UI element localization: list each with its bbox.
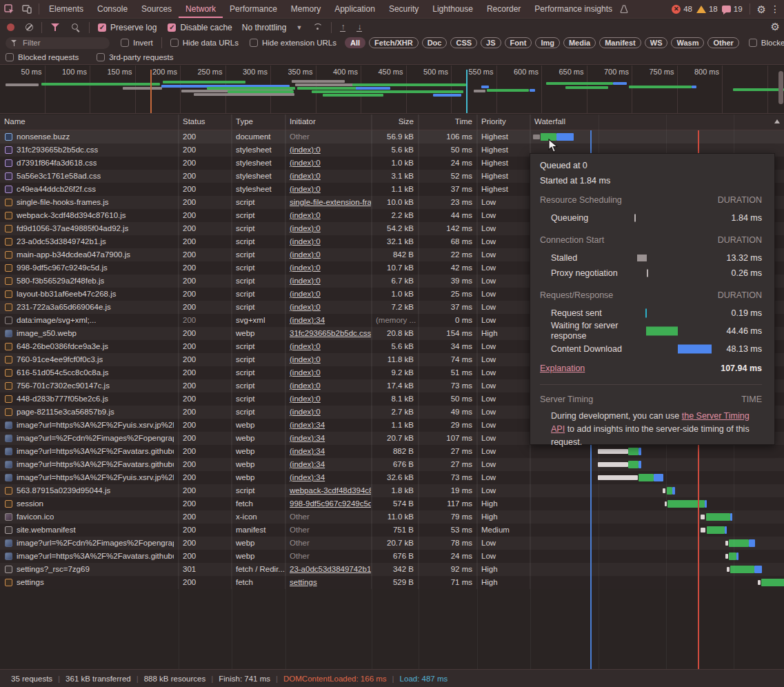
initiator-link[interactable]: (index):0 (290, 172, 321, 180)
waterfall-cell[interactable] (530, 130, 784, 143)
initiator-link[interactable]: (index):34 (290, 316, 325, 324)
network-request-row[interactable]: image?url=https%3A%2F%2Fyuis.xsrv.jp%2Fi… (0, 471, 784, 484)
initiator-link[interactable]: (index):0 (290, 250, 321, 259)
tab-lighthouse[interactable]: Lighthouse (425, 0, 480, 18)
sort-ascending-icon[interactable] (774, 119, 780, 123)
filter-chip-other[interactable]: Other (707, 37, 738, 48)
clear-icon[interactable] (26, 23, 33, 31)
column-header-status[interactable]: Status (179, 114, 232, 130)
initiator-link[interactable]: (index):34 (290, 473, 325, 481)
initiator-link[interactable]: (index):0 (290, 224, 321, 232)
import-har-icon[interactable]: ↑ (340, 23, 345, 32)
tab-network[interactable]: Network (179, 0, 223, 18)
initiator-link[interactable]: (index):0 (290, 211, 321, 219)
network-request-row[interactable]: image?url=https%3A%2F%2Favatars.githubus… (0, 458, 784, 471)
network-overview-timeline[interactable]: 50 ms100 ms150 ms200 ms250 ms300 ms350 m… (0, 66, 784, 114)
warning-badge[interactable]: 18 (696, 5, 718, 13)
column-header-priority[interactable]: Priority (477, 114, 530, 130)
error-badge[interactable]: ✕48 (672, 5, 692, 14)
waterfall-cell[interactable] (530, 458, 784, 471)
search-icon[interactable] (72, 23, 80, 32)
tab-performance[interactable]: Performance (223, 0, 284, 18)
disable-cache-checkbox[interactable]: ✓Disable cache (168, 23, 232, 32)
initiator-link[interactable]: (index):0 (290, 408, 321, 416)
initiator-link[interactable]: (index):34 (290, 434, 325, 442)
initiator-link[interactable]: (index):0 (290, 290, 321, 298)
initiator-link[interactable]: (index):0 (290, 277, 321, 285)
waterfall-cell[interactable] (530, 484, 784, 497)
issues-badge[interactable]: 19 (722, 5, 743, 13)
initiator-link[interactable]: (index):34 (290, 447, 325, 455)
invert-checkbox[interactable]: Invert (121, 39, 153, 47)
tab-recorder[interactable]: Recorder (480, 0, 527, 18)
filter-chip-wasm[interactable]: Wasm (671, 37, 704, 48)
column-header-time[interactable]: Time (419, 114, 477, 130)
tab-elements[interactable]: Elements (42, 0, 90, 18)
network-request-row[interactable]: nonsense.buzz200documentOther56.9 kB106 … (0, 130, 784, 143)
column-header-type[interactable]: Type (232, 114, 285, 130)
network-settings-gear-icon[interactable]: ⚙ (771, 21, 780, 32)
initiator-link[interactable]: (index):0 (290, 303, 321, 311)
initiator-link[interactable]: (index):0 (290, 185, 321, 193)
tab-memory[interactable]: Memory (284, 0, 328, 18)
initiator-link[interactable]: (index):0 (290, 368, 321, 377)
settings-gear-icon[interactable]: ⚙ (757, 4, 766, 14)
initiator-link[interactable]: (index):0 (290, 159, 321, 167)
tab-sources[interactable]: Sources (134, 0, 179, 18)
preserve-log-checkbox[interactable]: ✓Preserve log (98, 23, 157, 32)
filter-chip-all[interactable]: All (345, 37, 365, 48)
waterfall-cell[interactable] (530, 563, 784, 576)
column-header-size[interactable]: Size (372, 114, 419, 130)
third-party-requests-checkbox[interactable]: 3rd-party requests (97, 53, 173, 61)
initiator-link[interactable]: 31fc293665b2b5dc.css (290, 329, 371, 337)
filter-chip-js[interactable]: JS (481, 37, 501, 48)
network-request-row[interactable]: image?url=https%3A%2F%2Favatars.githubus… (0, 550, 784, 563)
network-conditions-icon[interactable] (312, 23, 322, 31)
initiator-link[interactable]: (index):34 (290, 460, 325, 468)
network-request-row[interactable]: favicon.ico200x-iconOther11.0 kB79 msHig… (0, 510, 784, 524)
waterfall-cell[interactable] (530, 510, 784, 524)
column-header-initiator[interactable]: Initiator (285, 114, 372, 130)
scrollbar-thumb[interactable] (778, 71, 783, 104)
initiator-link[interactable]: 998-9df5c967c9249c5d.js: (290, 499, 372, 508)
waterfall-cell[interactable] (530, 576, 784, 589)
filter-chip-manifest[interactable]: Manifest (599, 37, 641, 48)
initiator-link[interactable]: (index):34 (290, 421, 325, 429)
filter-chip-font[interactable]: Font (505, 37, 532, 48)
device-toolbar-icon[interactable] (18, 0, 36, 18)
filter-input-box[interactable] (6, 37, 110, 49)
filter-chip-img[interactable]: Img (535, 37, 560, 48)
initiator-link[interactable]: webpack-3cdf48d394c876 (290, 486, 372, 495)
initiator-link[interactable]: settings (290, 578, 317, 586)
initiator-link[interactable]: 23-a0dc53d3849742b1.js: (290, 565, 372, 573)
initiator-link[interactable]: (index):0 (290, 355, 321, 364)
initiator-link[interactable]: (index):0 (290, 342, 321, 350)
network-request-row[interactable]: site.webmanifest200manifestOther751 B53 … (0, 524, 784, 537)
waterfall-cell[interactable] (530, 550, 784, 563)
waterfall-cell[interactable] (530, 524, 784, 537)
initiator-link[interactable]: single-file-extension-fram (290, 198, 372, 206)
blocked-response-cookies-checkbox[interactable]: Blocked response cookies (749, 39, 784, 47)
record-button[interactable] (7, 23, 14, 31)
initiator-link[interactable]: (index):0 (290, 237, 321, 246)
network-request-row[interactable]: 563.87915a0239d95044.js200scriptwebpack-… (0, 484, 784, 497)
network-request-row[interactable]: session200fetch998-9df5c967c9249c5d.js:5… (0, 497, 784, 510)
filter-chip-media[interactable]: Media (563, 37, 596, 48)
initiator-link[interactable]: (index):0 (290, 263, 321, 272)
column-header-waterfall[interactable]: Waterfall (530, 114, 784, 130)
network-request-row[interactable]: settings?_rsc=7zg69301fetch / Redir...23… (0, 563, 784, 576)
initiator-link[interactable]: (index):0 (290, 146, 321, 154)
filter-chip-css[interactable]: CSS (450, 37, 477, 48)
export-har-icon[interactable]: ↓ (356, 23, 362, 32)
initiator-link[interactable]: (index):0 (290, 395, 321, 403)
initiator-link[interactable]: (index):0 (290, 381, 321, 390)
inspect-element-icon[interactable] (0, 0, 18, 18)
filter-chip-doc[interactable]: Doc (422, 37, 448, 48)
filter-chip-ws[interactable]: WS (645, 37, 668, 48)
waterfall-cell[interactable] (530, 537, 784, 550)
blocked-requests-checkbox[interactable]: Blocked requests (6, 53, 79, 61)
filter-chip-fetchxhr[interactable]: Fetch/XHR (369, 37, 419, 48)
network-request-row[interactable]: settings200fetchsettings529 B71 msHigh (0, 576, 784, 589)
throttling-dropdown[interactable]: No throttling▼ (242, 23, 303, 32)
kebab-menu-icon[interactable]: ⋮ (770, 3, 780, 14)
